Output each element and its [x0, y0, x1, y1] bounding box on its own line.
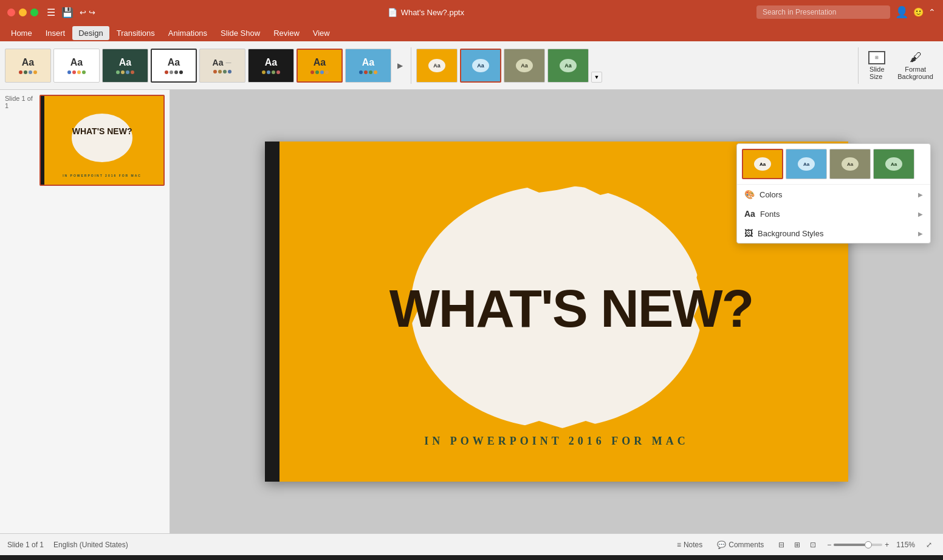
language-info: English (United States) [53, 541, 128, 549]
view-grid-button[interactable]: ⊞ [790, 539, 804, 550]
variant-1[interactable]: Aa [416, 49, 458, 83]
main-area: Slide 1 of 1 WHAT'S NEW? IN POWERPOINT 2… [0, 90, 943, 533]
variant-4[interactable]: Aa [547, 49, 589, 83]
toolbar-separator-2 [858, 47, 859, 84]
dropdown-theme-1[interactable]: Aa [742, 149, 783, 179]
file-icon: 📄 [388, 8, 397, 17]
slide-left-bar [265, 142, 279, 482]
menu-item-fonts-left: Aa Fonts [744, 209, 780, 219]
dropdown-theme-row: Aa Aa Aa Aa [737, 144, 930, 185]
tab-review[interactable]: Review [267, 26, 306, 40]
menu-item-colors-left: 🎨 Colors [744, 190, 783, 199]
thumb-title: WHAT'S NEW? [72, 126, 132, 136]
variant-3[interactable]: Aa [504, 49, 545, 83]
colors-label: Colors [760, 190, 783, 199]
titlebar: ☰ 💾 ↩ ↪ 📄 What's New?.pptx 👤 🙂 ⌃ [0, 0, 943, 24]
view-buttons: ⊟ ⊞ ⊡ [775, 539, 820, 550]
theme-item-5[interactable]: Aa — [199, 49, 245, 83]
slide-thumb-image: WHAT'S NEW? IN POWERPOINT 2016 FOR MAC [39, 95, 165, 186]
notes-label: Notes [684, 541, 702, 549]
theme-scroll-area: Aa Aa [5, 47, 853, 84]
slide-subtitle[interactable]: IN POWERPOINT 2016 FOR MAC [265, 435, 848, 448]
comments-label: Comments [729, 541, 764, 549]
fonts-arrow: ▶ [918, 211, 923, 217]
collapse-icon[interactable]: ⌃ [928, 7, 936, 17]
close-button[interactable] [7, 9, 15, 16]
fonts-label: Fonts [760, 210, 780, 219]
zoom-out-button[interactable]: − [827, 541, 831, 549]
comments-button[interactable]: 💬 Comments [713, 539, 767, 550]
minimize-button[interactable] [19, 9, 27, 16]
theme-item-2[interactable]: Aa [53, 49, 100, 83]
tab-view[interactable]: View [307, 26, 336, 40]
theme-scroll-right[interactable]: ▶ [394, 49, 406, 83]
slide-number: Slide 1 of 1 [5, 95, 35, 109]
titlebar-right: 👤 🙂 ⌃ [756, 5, 936, 19]
theme-dropdown-menu: Aa Aa Aa Aa 🎨 Colors ▶ [736, 143, 931, 244]
theme-item-1[interactable]: Aa [5, 49, 51, 83]
thumb-blob [72, 114, 132, 162]
colors-arrow: ▶ [918, 191, 923, 198]
theme-item-7[interactable]: Aa [297, 49, 343, 83]
tab-design[interactable]: Design [72, 26, 109, 40]
theme-item-4[interactable]: Aa [151, 49, 197, 83]
maximize-button[interactable] [30, 9, 38, 16]
dropdown-theme-3[interactable]: Aa [829, 149, 871, 179]
variant-row: Aa Aa Aa Aa [416, 49, 589, 83]
background-styles-label: Background Styles [758, 229, 823, 238]
zoom-slider: − + [827, 541, 889, 549]
format-background-icon: 🖌 [907, 51, 924, 64]
slide-panel: Slide 1 of 1 WHAT'S NEW? IN POWERPOINT 2… [0, 90, 170, 533]
zoom-thumb[interactable] [865, 541, 872, 548]
slide-info: Slide 1 of 1 [7, 541, 44, 549]
window-title: 📄 What's New?.pptx [388, 8, 464, 17]
fit-window-button[interactable]: ⤢ [922, 539, 936, 550]
thumb-bar [41, 96, 44, 185]
variant-2[interactable]: Aa [460, 49, 501, 83]
slide-size-label: SlideSize [869, 66, 884, 80]
variant-more-button[interactable]: ▼ [591, 47, 602, 84]
statusbar-right: ≡ Notes 💬 Comments ⊟ ⊞ ⊡ − + 115% ⤢ [673, 539, 936, 550]
slide-size-button[interactable]: ⊞ SlideSize [863, 49, 890, 83]
tab-slideshow[interactable]: Slide Show [214, 26, 266, 40]
tab-home[interactable]: Home [5, 26, 38, 40]
notes-button[interactable]: ≡ Notes [673, 539, 706, 550]
theme-item-6[interactable]: Aa [248, 49, 294, 83]
background-styles-icon: 🖼 [744, 228, 753, 238]
profile-icon[interactable]: 👤 [895, 5, 908, 19]
bg-styles-arrow: ▶ [918, 230, 923, 237]
format-background-button[interactable]: 🖌 FormatBackground [893, 49, 938, 83]
fonts-icon: Aa [744, 209, 755, 219]
dropdown-theme-2[interactable]: Aa [786, 149, 827, 179]
slide-title[interactable]: WHAT'S NEW? [389, 282, 753, 335]
emoji-picker-icon[interactable]: 🙂 [913, 7, 924, 17]
tab-animations[interactable]: Animations [162, 26, 213, 40]
view-normal-button[interactable]: ⊟ [775, 539, 788, 550]
title-text: What's New?.pptx [401, 8, 464, 17]
zoom-fill [834, 544, 865, 546]
design-toolbar: Aa Aa [0, 41, 943, 90]
menu-item-fonts[interactable]: Aa Fonts ▶ [737, 204, 930, 224]
toolbar-separator-1 [411, 47, 411, 84]
menu-item-colors[interactable]: 🎨 Colors ▶ [737, 185, 930, 204]
notes-icon: ≡ [677, 541, 681, 549]
window-controls: ☰ 💾 ↩ ↪ [7, 7, 95, 18]
menu-item-bg-left: 🖼 Background Styles [744, 228, 823, 238]
slide-canvas-area: WHAT'S NEW? IN POWERPOINT 2016 FOR MAC A… [170, 90, 943, 533]
colors-icon: 🎨 [744, 190, 755, 199]
dropdown-theme-4[interactable]: Aa [873, 149, 914, 179]
menu-item-background-styles[interactable]: 🖼 Background Styles ▶ [737, 224, 930, 243]
search-input[interactable] [756, 5, 890, 19]
zoom-percent: 115% [896, 541, 915, 549]
theme-item-3[interactable]: Aa [102, 49, 148, 83]
theme-item-8[interactable]: Aa [345, 49, 391, 83]
view-reading-button[interactable]: ⊡ [806, 539, 820, 550]
slide-thumbnail-1[interactable]: Slide 1 of 1 WHAT'S NEW? IN POWERPOINT 2… [5, 95, 165, 186]
zoom-in-button[interactable]: + [885, 541, 889, 549]
tab-transitions[interactable]: Transitions [111, 26, 161, 40]
zoom-track[interactable] [834, 544, 882, 546]
slide-size-icon: ⊞ [868, 51, 885, 64]
statusbar: Slide 1 of 1 English (United States) ≡ N… [0, 533, 943, 555]
tab-insert[interactable]: Insert [39, 26, 72, 40]
ribbon-tabs: Home Insert Design Transitions Animation… [0, 24, 943, 41]
